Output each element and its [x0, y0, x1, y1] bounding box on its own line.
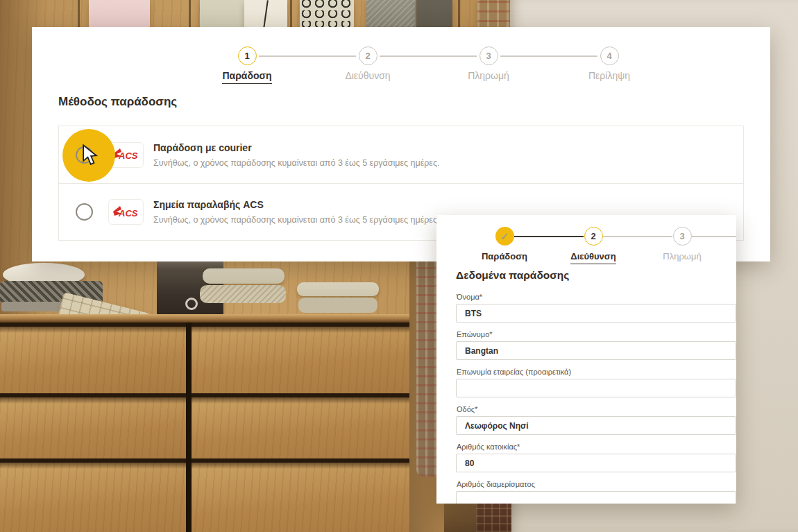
- form-title: Δεδομένα παράδοσης: [456, 269, 569, 282]
- field-first-name: Όνομα*: [456, 293, 736, 323]
- address-form: Όνομα* Επώνυμο* Επωνυμία εταιρείας (προα…: [456, 293, 736, 504]
- drawer: [192, 397, 409, 458]
- option-text: Σημεία παραλαβής ACS Συνήθως, ο χρόνος π…: [153, 199, 439, 225]
- option-description: Συνήθως, ο χρόνος παράδοσης κυμαίνεται α…: [153, 215, 439, 225]
- folded-towel: [203, 268, 285, 284]
- house-number-label: Αριθμός κατοικίας*: [457, 443, 736, 451]
- dresser-top-surface: [0, 314, 416, 323]
- step-connector: [500, 55, 597, 57]
- acs-logo-text: ACS: [118, 207, 138, 218]
- step-1-label[interactable]: Παράδοση: [463, 251, 546, 261]
- first-name-label: Όνομα*: [457, 293, 736, 301]
- option-title: Σημεία παραλαβής ACS: [153, 199, 439, 210]
- company-input[interactable]: [456, 379, 736, 397]
- step-1-label[interactable]: Παράδοση: [192, 70, 303, 84]
- folded-towel: [297, 282, 379, 296]
- step-3-circle[interactable]: 3: [673, 227, 692, 246]
- step-3-label[interactable]: Πληρωμή: [640, 251, 724, 261]
- step-2-label[interactable]: Διεύθυνση: [312, 70, 423, 81]
- drawer: [0, 327, 186, 393]
- house-number-input[interactable]: [456, 454, 736, 472]
- field-company: Επωνυμία εταιρείας (προαιρετικά): [456, 368, 736, 397]
- field-apartment-number: Αριθμός διαμερίσματος: [456, 480, 736, 504]
- apartment-number-label: Αριθμός διαμερίσματος: [457, 480, 736, 488]
- dresser-unit-right: [192, 323, 409, 532]
- drawer: [0, 463, 186, 532]
- step-1-done-circle[interactable]: ✓: [495, 227, 514, 246]
- field-street: Οδός*: [456, 405, 736, 435]
- drawer: [0, 397, 186, 458]
- field-house-number: Αριθμός κατοικίας*: [456, 443, 736, 472]
- option-text: Παράδοση με courier Συνήθως, ο χρόνος πα…: [153, 142, 439, 168]
- step-connector: [692, 236, 736, 237]
- option-description: Συνήθως, ο χρόνος παράδοσης κυμαίνεται α…: [153, 158, 439, 168]
- step-2-label[interactable]: Διεύθυνση: [552, 251, 635, 264]
- step-connector: [603, 236, 672, 237]
- step-3-circle[interactable]: 3: [479, 46, 498, 65]
- radio-pickup-points[interactable]: [76, 203, 93, 221]
- dresser-photo: [0, 261, 511, 532]
- folded-towel: [298, 298, 377, 313]
- step-2-circle[interactable]: 2: [359, 46, 377, 65]
- step-connector: [259, 55, 356, 57]
- step-connector-done: [514, 236, 584, 237]
- dresser-unit-left: [0, 323, 186, 532]
- step-1-label-text[interactable]: Παράδοση: [222, 70, 271, 84]
- step-1-circle[interactable]: 1: [238, 46, 257, 65]
- dresser-center-gap: [186, 323, 192, 532]
- checkout-panel-address: ✓ 2 3 Παράδοση Διεύθυνση Πληρωμή Δεδομέν…: [436, 215, 736, 504]
- page-title: Μέθοδος παράδοσης: [58, 95, 177, 109]
- step-2-label-text[interactable]: Διεύθυνση: [570, 251, 616, 264]
- street-label: Οδός*: [457, 405, 736, 413]
- acs-logo: ACS: [108, 199, 144, 225]
- mouse-cursor-icon: [81, 144, 99, 166]
- street-input[interactable]: [456, 416, 736, 435]
- step-3-label[interactable]: Πληρωμή: [433, 70, 544, 81]
- step-4-circle[interactable]: 4: [600, 46, 619, 65]
- acs-logo-icon: ACS: [113, 205, 139, 219]
- folded-towel: [200, 285, 286, 303]
- apartment-number-input[interactable]: [456, 491, 736, 504]
- screenshot-root: 1 2 3 4 Παράδοση Διεύθυνση Πληρωμή Περίλ…: [0, 0, 798, 532]
- drawer: [192, 463, 409, 532]
- step-connector: [380, 55, 477, 57]
- last-name-label: Επώνυμο*: [457, 330, 736, 338]
- drawer: [192, 327, 409, 393]
- acs-logo-text: ACS: [118, 151, 138, 161]
- first-name-input[interactable]: [456, 304, 736, 323]
- option-title: Παράδοση με courier: [153, 142, 439, 153]
- field-last-name: Επώνυμο*: [456, 330, 736, 360]
- company-label: Επωνυμία εταιρείας (προαιρετικά): [457, 368, 736, 376]
- step-2-circle[interactable]: 2: [584, 227, 603, 246]
- step-4-label[interactable]: Περίληψη: [554, 70, 665, 81]
- acs-logo-icon: ACS: [113, 148, 139, 162]
- last-name-input[interactable]: [456, 341, 736, 360]
- delivery-option-courier[interactable]: ACS Παράδοση με courier Συνήθως, ο χρόνο…: [59, 126, 743, 183]
